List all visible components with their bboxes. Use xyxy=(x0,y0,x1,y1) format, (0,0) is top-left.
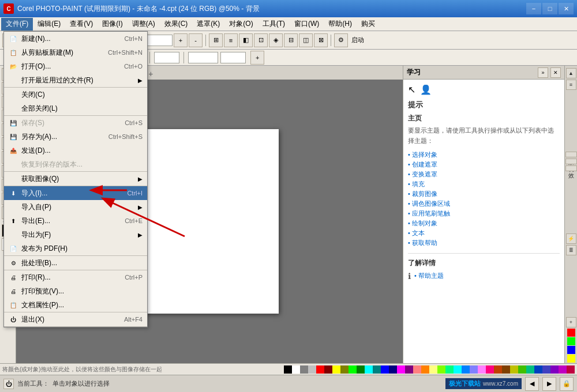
menu-item-edit[interactable]: 编辑(E) xyxy=(33,18,65,31)
rs-plus[interactable]: + xyxy=(566,317,576,327)
swatch-18[interactable] xyxy=(429,365,437,374)
menu-item-file[interactable]: 文件(F) xyxy=(1,18,33,31)
rs-lightning[interactable]: ⚡ xyxy=(566,233,576,244)
tb-btn-6[interactable]: ≡ xyxy=(224,33,238,47)
panel-link-2[interactable]: 变换遮罩 xyxy=(408,170,560,179)
swatch-14[interactable] xyxy=(397,365,405,374)
panel-link-8[interactable]: 文本 xyxy=(408,229,560,238)
status-power-btn[interactable]: ⏻ xyxy=(3,379,14,389)
menu-item-object[interactable]: 对象(O) xyxy=(224,18,257,31)
menu-print[interactable]: 🖨打印(R)...Ctrl+P xyxy=(4,270,147,284)
panel-link-1[interactable]: 创建遮罩 xyxy=(408,160,560,169)
menu-send[interactable]: 📤发送(D)... xyxy=(4,144,147,157)
swatch-6[interactable] xyxy=(332,365,340,374)
menu-print-preview[interactable]: 🖨打印预览(V)... xyxy=(4,284,147,298)
swatch-23[interactable] xyxy=(470,365,478,374)
swatch-33[interactable] xyxy=(550,365,559,374)
close-button[interactable]: ✕ xyxy=(559,3,574,14)
menu-save-as[interactable]: 💾另存为(A)...Ctrl+Shift+S xyxy=(4,130,147,144)
menu-recent[interactable]: 打开最近用过的文件(R)▶ xyxy=(4,73,147,87)
swatch-blue[interactable] xyxy=(567,346,575,354)
swatch-17[interactable] xyxy=(421,365,429,374)
swatch-12[interactable] xyxy=(381,365,389,374)
arrow-left-btn[interactable]: ◀ xyxy=(525,377,539,391)
swatch-yellow[interactable] xyxy=(567,355,575,363)
tb-btn-8[interactable]: ⊡ xyxy=(254,33,268,47)
swatch-15[interactable] xyxy=(405,365,413,374)
rs-label-3[interactable]: 效 xyxy=(565,165,577,171)
menu-import-from[interactable]: 导入自(P)▶ xyxy=(4,200,147,214)
panel-link-4[interactable]: 裁剪图像 xyxy=(408,190,560,198)
swatch-30[interactable] xyxy=(526,365,534,374)
menu-item-tools[interactable]: 工具(T) xyxy=(258,18,290,31)
menu-item-window[interactable]: 窗口(W) xyxy=(290,18,324,31)
tb-btn-5[interactable]: ⊞ xyxy=(209,33,223,47)
tb-btn-9[interactable]: ◈ xyxy=(269,33,283,47)
menu-publish-pdf[interactable]: 📄发布为 PDF(H) xyxy=(4,242,147,255)
menu-doc-props[interactable]: 📋文档属性(P)... xyxy=(4,298,147,312)
swatch-13[interactable] xyxy=(389,365,397,374)
tb-btn-11[interactable]: ◫ xyxy=(299,33,313,47)
rs-layers[interactable]: ≣ xyxy=(566,245,576,255)
swatch-25[interactable] xyxy=(486,365,494,374)
swatch-2[interactable] xyxy=(300,365,308,374)
swatch-16[interactable] xyxy=(413,365,421,374)
tb-btn-12[interactable]: ⊠ xyxy=(314,33,328,47)
rs-label-2[interactable]: 调 xyxy=(565,159,577,164)
panel-link-0[interactable]: 选择对象 xyxy=(408,150,560,159)
help-link[interactable]: 帮助主题 xyxy=(414,272,444,280)
panel-expand-btn[interactable]: » xyxy=(538,67,548,78)
maximize-button[interactable]: □ xyxy=(542,3,557,14)
menu-export[interactable]: ⬆导出(E)...Ctrl+E xyxy=(4,214,147,228)
panel-link-3[interactable]: 填充 xyxy=(408,180,560,189)
panel-link-7[interactable]: 绘制对象 xyxy=(408,219,560,228)
swatch-4[interactable] xyxy=(316,365,324,374)
swatch-green[interactable] xyxy=(567,337,575,345)
swatch-11[interactable] xyxy=(373,365,381,374)
menu-export-as[interactable]: 导出为(F)▶ xyxy=(4,228,147,242)
swatch-24[interactable] xyxy=(478,365,486,374)
offset-input[interactable]: 0.0 mm xyxy=(188,52,218,63)
add-button[interactable]: + xyxy=(250,51,264,65)
menu-open[interactable]: 📂打开(O)...Ctrl+O xyxy=(4,59,147,73)
lock-btn[interactable]: 🔒 xyxy=(560,377,574,391)
swatch-1[interactable] xyxy=(292,365,300,374)
rs-btn-2[interactable]: ≡ xyxy=(566,80,576,90)
menu-close[interactable]: 关闭(C) xyxy=(4,88,147,101)
panel-link-5[interactable]: 调色图像区域 xyxy=(408,199,560,208)
swatch-5[interactable] xyxy=(324,365,332,374)
rot-input[interactable]: 0.0 ° xyxy=(220,52,246,63)
menu-close-all[interactable]: 全部关闭(L) xyxy=(4,101,147,115)
swatch-27[interactable] xyxy=(502,365,510,374)
menu-item-mask[interactable]: 遮罩(K) xyxy=(192,18,224,31)
swatch-29[interactable] xyxy=(518,365,526,374)
swatch-9[interactable] xyxy=(357,365,365,374)
angle-input[interactable]: 0.0 ° xyxy=(154,52,179,63)
zoom-in-button[interactable]: + xyxy=(174,33,188,47)
settings-button[interactable] xyxy=(334,33,348,47)
tb-btn-7[interactable]: ◧ xyxy=(239,33,253,47)
menu-import[interactable]: ⬇导入(I)...Ctrl+I xyxy=(4,186,147,200)
rs-btn-1[interactable]: ▲ xyxy=(566,68,576,78)
panel-close-btn[interactable]: ✕ xyxy=(550,67,561,78)
swatch-35[interactable] xyxy=(567,365,575,374)
swatch-red[interactable] xyxy=(567,329,575,337)
menu-item-buy[interactable]: 购买 xyxy=(357,18,380,31)
menu-item-adjust[interactable]: 调整(A) xyxy=(128,18,160,31)
swatch-8[interactable] xyxy=(349,365,357,374)
panel-link-6[interactable]: 应用笔刷笔触 xyxy=(408,209,560,218)
swatch-28[interactable] xyxy=(510,365,518,374)
panel-link-9[interactable]: 获取帮助 xyxy=(408,239,560,247)
menu-item-view[interactable]: 查看(V) xyxy=(65,18,98,31)
tb-btn-10[interactable]: ⊟ xyxy=(284,33,298,47)
menu-batch[interactable]: ⚙批处理(B)... xyxy=(4,256,147,270)
swatch-19[interactable] xyxy=(437,365,445,374)
swatch-32[interactable] xyxy=(542,365,550,374)
swatch-3[interactable] xyxy=(308,365,316,374)
swatch-34[interactable] xyxy=(559,365,567,374)
rs-label-1[interactable]: 杂 xyxy=(565,152,577,157)
arrow-right-btn[interactable]: ▶ xyxy=(542,377,556,391)
swatch-10[interactable] xyxy=(365,365,373,374)
zoom-out-button[interactable]: - xyxy=(189,33,203,47)
swatch-21[interactable] xyxy=(454,365,462,374)
